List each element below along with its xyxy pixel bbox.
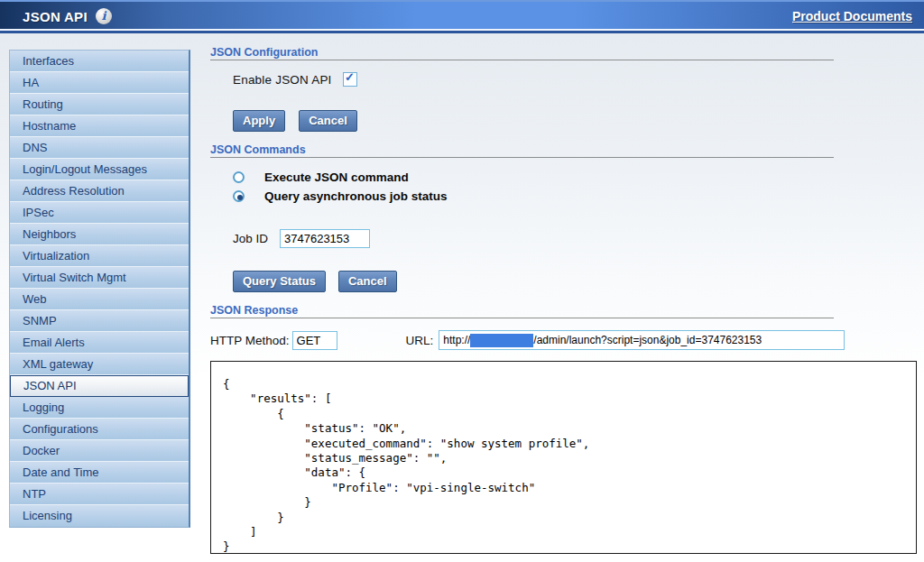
sidebar-item-configurations[interactable]: Configurations [10,419,189,440]
url-prefix-text: http:// [443,334,470,346]
top-bar: JSON API i Product Documents [0,0,924,33]
enable-json-api-row: Enable JSON API ✓ [233,72,357,87]
sidebar-item-label: NTP [23,487,46,501]
execute-json-command-label: Execute JSON command [264,170,409,184]
sidebar-item-email-alerts[interactable]: Email Alerts [10,332,189,354]
sidebar-nav: Interfaces HA Routing Hostname DNS Login… [9,50,190,528]
sidebar-item-web[interactable]: Web [10,289,189,310]
json-response-text: { "results": [ { "status": "OK", "execut… [223,377,916,555]
http-method-label: HTTP Method: [210,334,290,347]
enable-json-api-label: Enable JSON API [233,73,332,87]
enable-json-api-checkbox[interactable]: ✓ [343,72,357,87]
sidebar-item-virtualization[interactable]: Virtualization [10,245,189,267]
sidebar-item-label: Neighbors [23,227,76,241]
radio-unselected-icon[interactable] [233,171,245,183]
sidebar-item-label: Interfaces [23,54,74,68]
sidebar-item-ipsec[interactable]: IPSec [10,202,189,224]
sidebar-item-label: Address Resolution [23,184,125,198]
query-async-job-status-label: Query asynchronous job status [264,189,448,203]
json-response-output[interactable]: { "results": [ { "status": "OK", "execut… [210,361,917,554]
sidebar-item-label: XML gateway [23,357,93,371]
sidebar-item-label: Email Alerts [23,336,85,349]
job-id-input[interactable] [280,229,370,248]
http-request-row: HTTP Method: URL: http:// /admin/launch?… [210,330,845,350]
commands-buttons: Query Status Cancel [233,271,411,292]
info-icon[interactable]: i [96,8,112,24]
sidebar-item-dns[interactable]: DNS [10,137,189,159]
cancel-query-button[interactable]: Cancel [338,271,397,292]
sidebar-item-address-resolution[interactable]: Address Resolution [10,180,189,202]
section-divider [210,157,834,158]
sidebar-item-label: Hostname [23,119,76,133]
redacted-hostname [470,334,533,347]
page: JSON API i Product Documents Interfaces … [0,0,924,562]
section-divider [210,60,834,60]
product-documents-link[interactable]: Product Documents [792,9,912,23]
page-title: JSON API [23,9,88,24]
sidebar-item-date-and-time[interactable]: Date and Time [10,462,189,484]
sidebar-item-docker[interactable]: Docker [10,440,189,462]
json-commands-heading: JSON Commands [210,143,306,156]
sidebar-item-label: Docker [23,444,60,457]
sidebar-item-hostname[interactable]: Hostname [10,115,189,137]
sidebar-item-label: Virtualization [23,249,89,263]
sidebar-item-interfaces[interactable]: Interfaces [10,51,189,72]
sidebar-item-login-logout-messages[interactable]: Login/Logout Messages [10,159,189,180]
check-icon: ✓ [344,70,356,84]
sidebar-item-label: Licensing [23,509,72,522]
sidebar-item-json-api[interactable]: JSON API [10,375,189,397]
sidebar-item-ntp[interactable]: NTP [10,484,189,505]
sidebar-item-label: Configurations [23,422,98,436]
query-status-button[interactable]: Query Status [233,271,326,292]
url-suffix-text: /admin/launch?script=json&job_id=3747623… [533,334,762,346]
sidebar-item-label: Web [23,292,47,306]
sidebar-item-label: Virtual Switch Mgmt [23,271,126,284]
configuration-buttons: Apply Cancel [233,110,371,132]
job-id-label: Job ID [233,232,280,245]
apply-button[interactable]: Apply [233,110,285,132]
sidebar-item-label: DNS [23,141,47,154]
http-method-input[interactable] [292,331,337,350]
sidebar-item-label: IPSec [23,206,54,219]
cancel-button[interactable]: Cancel [299,110,357,132]
sidebar-item-label: Date and Time [23,465,99,479]
query-async-job-status-option: Query asynchronous job status [233,189,448,203]
sidebar-item-label: Logging [23,401,64,414]
sidebar-item-routing[interactable]: Routing [10,94,189,115]
radio-selected-icon[interactable] [233,190,245,202]
sidebar-item-label: Login/Logout Messages [23,162,147,176]
sidebar-item-xml-gateway[interactable]: XML gateway [10,354,189,375]
radio-dot [237,195,243,200]
sidebar-item-label: HA [23,76,39,89]
execute-json-command-option: Execute JSON command [233,170,409,184]
sidebar-item-ha[interactable]: HA [10,72,189,94]
json-response-heading: JSON Response [210,304,298,317]
sidebar-item-logging[interactable]: Logging [10,397,189,419]
sidebar-item-neighbors[interactable]: Neighbors [10,224,189,245]
sidebar-item-label: Routing [23,97,63,111]
sidebar-item-label: SNMP [23,314,57,327]
url-label: URL: [406,334,434,347]
job-id-row: Job ID [233,229,370,248]
sidebar-item-snmp[interactable]: SNMP [10,310,189,332]
url-input[interactable]: http:// /admin/launch?script=json&job_id… [439,330,845,350]
sidebar-item-label: JSON API [23,379,77,392]
json-configuration-heading: JSON Configuration [210,46,318,59]
sidebar-item-licensing[interactable]: Licensing [10,505,189,527]
section-divider [210,318,834,318]
sidebar-item-virtual-switch-mgmt[interactable]: Virtual Switch Mgmt [10,267,189,289]
